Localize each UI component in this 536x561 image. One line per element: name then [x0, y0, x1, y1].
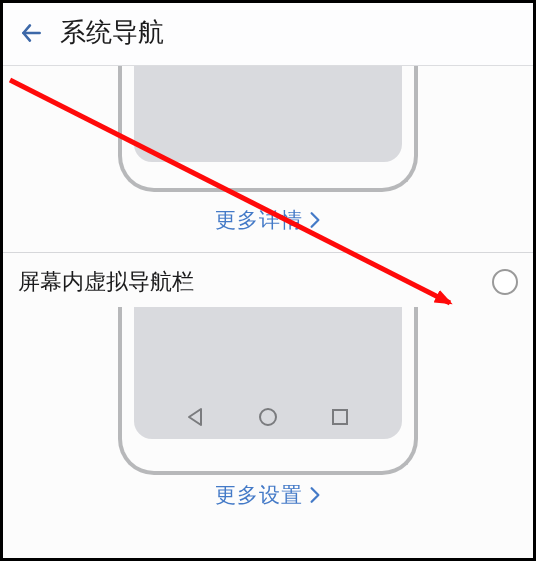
nav-icons-row: [134, 405, 402, 429]
option-navbar-row[interactable]: 屏幕内虚拟导航栏: [18, 253, 518, 301]
square-recent-icon: [328, 405, 352, 429]
option-section-navbar: 屏幕内虚拟导航栏: [0, 253, 536, 527]
content-area: 更多详情 屏幕内虚拟导航栏: [0, 66, 536, 561]
more-settings-label: 更多设置: [215, 481, 303, 509]
preview-gesture: [18, 72, 518, 192]
more-details-link[interactable]: 更多详情: [18, 192, 518, 252]
svg-rect-3: [333, 410, 347, 424]
preview-navbar: [18, 307, 518, 467]
more-details-label: 更多详情: [215, 206, 303, 234]
radio-navbar[interactable]: [492, 269, 518, 295]
triangle-back-icon: [184, 405, 208, 429]
option-section-gesture: 更多详情: [0, 72, 536, 252]
back-arrow-icon[interactable]: [12, 14, 50, 52]
chevron-right-icon: [309, 211, 321, 229]
option-navbar-label: 屏幕内虚拟导航栏: [18, 267, 194, 297]
svg-marker-1: [189, 409, 201, 425]
more-settings-link[interactable]: 更多设置: [18, 467, 518, 527]
svg-point-2: [260, 409, 276, 425]
circle-home-icon: [256, 405, 280, 429]
chevron-right-icon: [309, 486, 321, 504]
header-bar: 系统导航: [0, 0, 536, 66]
page-title: 系统导航: [60, 15, 164, 50]
